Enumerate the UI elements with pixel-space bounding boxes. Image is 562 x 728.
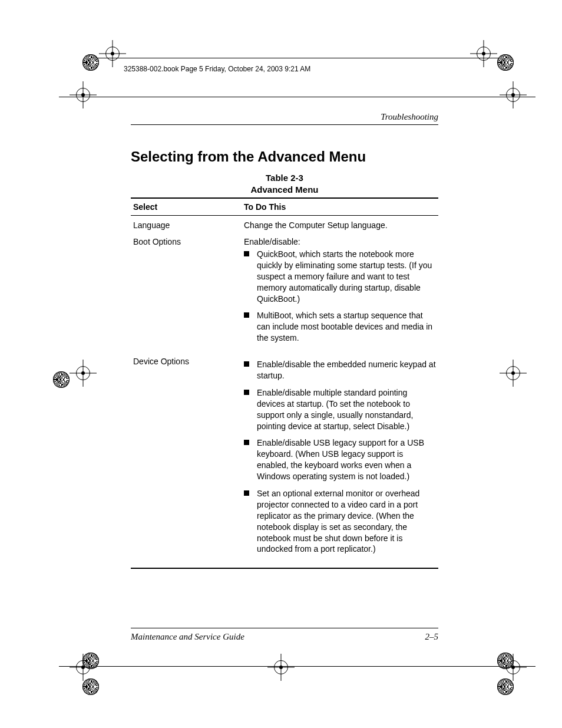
crop-line [88, 58, 506, 58]
cell-select: Boot Options [131, 232, 242, 352]
cell-select: Device Options [131, 352, 242, 568]
table-row: Boot Options Enable/disable: QuickBoot, … [131, 232, 438, 352]
registration-mark-icon [82, 678, 99, 695]
list-item: Enable/disable multiple standard pointin… [244, 387, 436, 438]
table-header-todo: To Do This [242, 198, 438, 216]
advanced-menu-table: Select To Do This Language Change the Co… [131, 197, 438, 569]
registration-mark-icon [497, 653, 514, 669]
registration-mark-icon [497, 678, 514, 695]
crosshair-icon [70, 81, 97, 108]
registration-mark-icon [53, 371, 70, 388]
cell-description: Enable/disable: QuickBoot, which starts … [242, 232, 438, 352]
bullet-list: QuickBoot, which starts the notebook mor… [244, 249, 436, 350]
crosshair-icon [470, 40, 497, 67]
crosshair-icon [70, 360, 97, 387]
footer-page-number: 2–5 [425, 632, 439, 642]
list-item: Set an optional external monitor or over… [244, 488, 436, 561]
table-title: Advanced Menu [250, 185, 318, 195]
section-label: Troubleshooting [131, 112, 438, 125]
table-row: Language Change the Computer Setup langu… [131, 216, 438, 233]
cell-description: Enable/disable the embedded numeric keyp… [242, 352, 438, 568]
registration-mark-icon [82, 54, 99, 71]
list-item: QuickBoot, which starts the notebook mor… [244, 249, 436, 310]
crop-line [59, 97, 535, 97]
table-header-select: Select [131, 198, 242, 216]
list-item: Enable/disable the embedded numeric keyp… [244, 359, 436, 387]
page-footer: Maintenance and Service Guide 2–5 [131, 628, 438, 642]
list-item: MultiBoot, which sets a startup sequence… [244, 310, 436, 350]
registration-mark-icon [497, 54, 514, 71]
crosshair-icon [500, 654, 527, 681]
table-row: Device Options Enable/disable the embedd… [131, 352, 438, 568]
crosshair-icon [500, 81, 527, 108]
table-number: Table 2-3 [266, 173, 303, 183]
table-caption: Table 2-3 Advanced Menu [131, 172, 438, 195]
crosshair-icon [99, 40, 126, 67]
cell-select: Language [131, 216, 242, 233]
crosshair-icon [267, 654, 295, 681]
bullet-list: Enable/disable the embedded numeric keyp… [244, 359, 436, 561]
registration-mark-icon [82, 653, 99, 669]
page: { "runhead": "325388-002.book Page 5 Fri… [0, 0, 562, 728]
cell-lead-text: Change the Computer Setup language. [244, 220, 388, 230]
crop-line [59, 666, 535, 667]
footer-left: Maintenance and Service Guide [131, 632, 244, 642]
page-title: Selecting from the Advanced Menu [131, 149, 438, 165]
crosshair-icon [500, 360, 527, 387]
page-content: Troubleshooting Selecting from the Advan… [131, 112, 438, 569]
cell-lead-text: Enable/disable: [244, 237, 300, 246]
list-item: Enable/disable USB legacy support for a … [244, 437, 436, 488]
running-header: 325388-002.book Page 5 Friday, October 2… [124, 65, 310, 73]
crosshair-icon [70, 654, 97, 681]
cell-description: Change the Computer Setup language. [242, 216, 438, 233]
